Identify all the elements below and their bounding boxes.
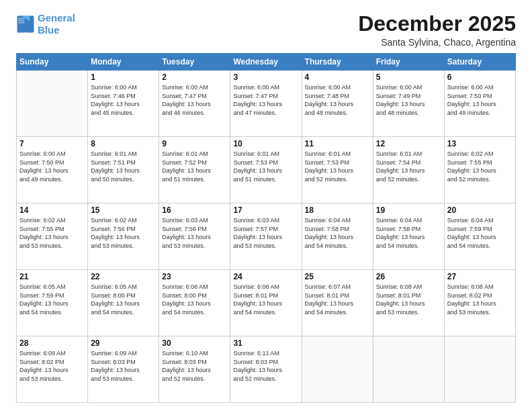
day-number: 29: [91, 338, 156, 348]
day-info: Sunrise: 6:05 AMSunset: 7:59 PMDaylight:…: [19, 283, 85, 316]
header-thursday: Thursday: [302, 54, 373, 71]
day-info: Sunrise: 6:02 AMSunset: 7:55 PMDaylight:…: [19, 216, 85, 250]
day-number: 14: [19, 205, 85, 215]
day-info: Sunrise: 6:01 AMSunset: 7:54 PMDaylight:…: [376, 150, 441, 183]
day-number: 25: [305, 272, 370, 281]
cell-w1-d6: 6Sunrise: 6:00 AMSunset: 7:50 PMDaylight…: [444, 71, 515, 137]
cell-w1-d1: 1Sunrise: 6:00 AMSunset: 7:46 PMDaylight…: [88, 71, 159, 137]
day-info: Sunrise: 6:09 AMSunset: 8:02 PMDaylight:…: [19, 349, 85, 383]
cell-w2-d6: 13Sunrise: 6:02 AMSunset: 7:55 PMDayligh…: [444, 137, 515, 203]
cell-w3-d0: 14Sunrise: 6:02 AMSunset: 7:55 PMDayligh…: [17, 203, 88, 270]
day-info: Sunrise: 6:06 AMSunset: 8:00 PMDaylight:…: [162, 283, 227, 316]
cell-w1-d4: 4Sunrise: 6:00 AMSunset: 7:48 PMDaylight…: [302, 71, 373, 137]
cell-w3-d3: 17Sunrise: 6:03 AMSunset: 7:57 PMDayligh…: [230, 203, 302, 270]
cell-w3-d2: 16Sunrise: 6:03 AMSunset: 7:56 PMDayligh…: [159, 203, 230, 270]
week-row-5: 28Sunrise: 6:09 AMSunset: 8:02 PMDayligh…: [17, 336, 516, 403]
cell-w4-d6: 27Sunrise: 6:08 AMSunset: 8:02 PMDayligh…: [444, 270, 515, 336]
logo-line2: Blue: [38, 24, 60, 36]
day-info: Sunrise: 6:00 AMSunset: 7:50 PMDaylight:…: [447, 83, 513, 117]
svg-rect-5: [18, 20, 24, 21]
day-info: Sunrise: 6:01 AMSunset: 7:53 PMDaylight:…: [305, 150, 370, 183]
day-info: Sunrise: 6:02 AMSunset: 7:56 PMDaylight:…: [91, 216, 156, 250]
day-info: Sunrise: 6:00 AMSunset: 7:47 PMDaylight:…: [162, 83, 227, 117]
day-number: 7: [19, 139, 85, 148]
header-friday: Friday: [373, 54, 444, 71]
day-number: 20: [447, 205, 513, 215]
header: General Blue December 2025 Santa Sylvina…: [16, 12, 516, 48]
cell-w3-d5: 19Sunrise: 6:04 AMSunset: 7:58 PMDayligh…: [373, 203, 444, 270]
day-info: Sunrise: 6:03 AMSunset: 7:57 PMDaylight:…: [233, 216, 298, 250]
day-info: Sunrise: 6:00 AMSunset: 7:47 PMDaylight:…: [233, 83, 298, 117]
header-sunday: Sunday: [17, 54, 88, 71]
cell-w2-d1: 8Sunrise: 6:01 AMSunset: 7:51 PMDaylight…: [88, 137, 159, 203]
svg-rect-6: [18, 22, 24, 24]
day-number: 30: [162, 338, 227, 348]
cell-w5-d3: 31Sunrise: 6:11 AMSunset: 8:03 PMDayligh…: [230, 336, 302, 403]
cell-w4-d0: 21Sunrise: 6:05 AMSunset: 7:59 PMDayligh…: [17, 270, 88, 336]
day-number: 10: [233, 139, 298, 148]
day-info: Sunrise: 6:01 AMSunset: 7:53 PMDaylight:…: [233, 150, 298, 183]
day-info: Sunrise: 6:06 AMSunset: 8:01 PMDaylight:…: [233, 283, 298, 316]
day-number: 19: [376, 205, 441, 215]
day-number: 12: [376, 139, 441, 148]
day-number: 17: [233, 205, 298, 215]
day-number: 8: [91, 139, 156, 148]
month-title: December 2025: [358, 12, 516, 36]
day-info: Sunrise: 6:01 AMSunset: 7:52 PMDaylight:…: [162, 150, 227, 183]
cell-w3-d4: 18Sunrise: 6:04 AMSunset: 7:58 PMDayligh…: [302, 203, 373, 270]
day-info: Sunrise: 6:10 AMSunset: 8:03 PMDaylight:…: [162, 349, 227, 383]
day-number: 21: [19, 272, 85, 281]
day-number: 22: [91, 272, 156, 281]
day-number: 2: [162, 73, 227, 82]
day-info: Sunrise: 6:03 AMSunset: 7:56 PMDaylight:…: [162, 216, 227, 250]
cell-w4-d2: 23Sunrise: 6:06 AMSunset: 8:00 PMDayligh…: [159, 270, 230, 336]
week-row-2: 7Sunrise: 6:00 AMSunset: 7:50 PMDaylight…: [17, 137, 516, 203]
cell-w5-d6: [444, 336, 515, 403]
day-number: 28: [19, 338, 85, 348]
title-block: December 2025 Santa Sylvina, Chaco, Arge…: [358, 12, 516, 48]
week-row-1: 1Sunrise: 6:00 AMSunset: 7:46 PMDaylight…: [17, 71, 516, 137]
cell-w2-d2: 9Sunrise: 6:01 AMSunset: 7:52 PMDaylight…: [159, 137, 230, 203]
day-number: 16: [162, 205, 227, 215]
day-info: Sunrise: 6:00 AMSunset: 7:46 PMDaylight:…: [91, 83, 156, 117]
day-number: 1: [91, 73, 156, 82]
cell-w5-d4: [302, 336, 373, 403]
day-number: 24: [233, 272, 298, 281]
day-number: 31: [233, 338, 298, 348]
cell-w5-d2: 30Sunrise: 6:10 AMSunset: 8:03 PMDayligh…: [159, 336, 230, 403]
logo-line1: General: [38, 12, 75, 24]
logo-icon: [16, 15, 35, 34]
day-number: 27: [447, 272, 513, 281]
day-number: 15: [91, 205, 156, 215]
day-info: Sunrise: 6:04 AMSunset: 7:58 PMDaylight:…: [376, 216, 441, 250]
cell-w4-d4: 25Sunrise: 6:07 AMSunset: 8:01 PMDayligh…: [302, 270, 373, 336]
cell-w5-d5: [373, 336, 444, 403]
weekday-header-row: Sunday Monday Tuesday Wednesday Thursday…: [17, 54, 516, 71]
svg-rect-4: [18, 18, 24, 19]
cell-w2-d5: 12Sunrise: 6:01 AMSunset: 7:54 PMDayligh…: [373, 137, 444, 203]
day-number: 18: [305, 205, 370, 215]
header-saturday: Saturday: [444, 54, 515, 71]
day-info: Sunrise: 6:11 AMSunset: 8:03 PMDaylight:…: [233, 349, 298, 383]
cell-w2-d4: 11Sunrise: 6:01 AMSunset: 7:53 PMDayligh…: [302, 137, 373, 203]
day-number: 6: [447, 73, 513, 82]
day-info: Sunrise: 6:07 AMSunset: 8:01 PMDaylight:…: [305, 283, 370, 316]
day-info: Sunrise: 6:02 AMSunset: 7:55 PMDaylight:…: [447, 150, 513, 183]
day-info: Sunrise: 6:04 AMSunset: 7:58 PMDaylight:…: [305, 216, 370, 250]
day-number: 13: [447, 139, 513, 148]
calendar-table: Sunday Monday Tuesday Wednesday Thursday…: [16, 53, 516, 403]
day-number: 3: [233, 73, 298, 82]
logo-text: General Blue: [38, 12, 75, 36]
day-number: 5: [376, 73, 441, 82]
location: Santa Sylvina, Chaco, Argentina: [358, 37, 516, 48]
logo: General Blue: [16, 12, 75, 36]
cell-w3-d6: 20Sunrise: 6:04 AMSunset: 7:59 PMDayligh…: [444, 203, 515, 270]
day-info: Sunrise: 6:09 AMSunset: 8:03 PMDaylight:…: [91, 349, 156, 383]
day-number: 26: [376, 272, 441, 281]
week-row-3: 14Sunrise: 6:02 AMSunset: 7:55 PMDayligh…: [17, 203, 516, 270]
day-number: 23: [162, 272, 227, 281]
cell-w1-d5: 5Sunrise: 6:00 AMSunset: 7:49 PMDaylight…: [373, 71, 444, 137]
cell-w3-d1: 15Sunrise: 6:02 AMSunset: 7:56 PMDayligh…: [88, 203, 159, 270]
page: General Blue December 2025 Santa Sylvina…: [0, 0, 532, 411]
header-monday: Monday: [88, 54, 159, 71]
